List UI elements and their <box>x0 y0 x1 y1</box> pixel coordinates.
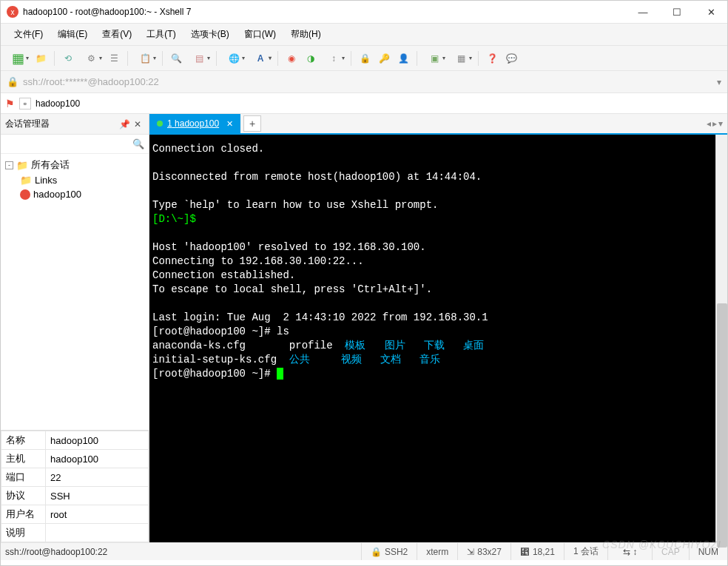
search-icon[interactable]: 🔍 <box>132 138 144 149</box>
tree-root[interactable]: - 📁 所有会话 <box>5 157 144 173</box>
key-icon[interactable]: 🔑 <box>375 50 393 67</box>
session-icon: ▫ <box>19 98 31 110</box>
search-row: 🔍 <box>1 135 149 154</box>
session-tree: - 📁 所有会话 📁 Links hadoop100 <box>1 154 149 430</box>
breadcrumb-label: hadoop100 <box>36 98 80 109</box>
prop-name-val: hadoop100 <box>46 431 149 450</box>
search-icon[interactable]: 🔍 <box>167 50 185 67</box>
prop-proto-val: SSH <box>46 487 149 505</box>
session-icon <box>20 189 30 200</box>
window-controls: — ☐ ✕ <box>633 4 721 19</box>
lock-icon: 🔒 <box>371 547 382 557</box>
help-icon[interactable]: ❓ <box>483 50 501 67</box>
lock-icon: 🔒 <box>7 76 18 87</box>
xftp-icon[interactable]: ◑ <box>302 50 320 67</box>
globe-icon[interactable]: 🌐 <box>221 50 246 67</box>
folder-icon: 📁 <box>16 160 28 171</box>
flag-icon[interactable]: ⚑ <box>5 98 15 110</box>
prop-port-val: 22 <box>46 468 149 487</box>
menu-tools[interactable]: 工具(T) <box>141 25 181 44</box>
breadcrumb: ⚑ ▫ hadoop100 <box>1 93 727 114</box>
reconnect-icon[interactable]: ⟲ <box>59 50 77 67</box>
tab-menu-icon[interactable]: ▾ <box>718 118 723 129</box>
properties-icon[interactable]: ☰ <box>105 50 123 67</box>
script-icon[interactable]: ▣ <box>422 50 447 67</box>
tree-session-hadoop100[interactable]: hadoop100 <box>20 187 144 201</box>
menu-file[interactable]: 文件(F) <box>8 25 49 44</box>
title-bar: x hadoop100 - root@hadoop100:~ - Xshell … <box>1 1 727 24</box>
prop-host-val: hadoop100 <box>46 450 149 468</box>
add-tab-button[interactable]: + <box>243 115 261 132</box>
prop-port-key: 端口 <box>1 468 46 487</box>
transfer-icon[interactable]: ↕ <box>321 50 346 67</box>
toolbar: ▦ 📁 ⟲ ⚙ ☰ 📋 🔍 ▤ 🌐 A ◉ ◑ ↕ 🔒 🔑 👤 ▣ ▦ ❓ 💬 <box>1 46 727 71</box>
divider <box>127 51 128 66</box>
divider <box>417 51 417 66</box>
menu-help[interactable]: 帮助(H) <box>285 25 327 44</box>
close-panel-icon[interactable]: ✕ <box>131 119 144 129</box>
folder-icon: 📁 <box>20 175 32 186</box>
status-connection: ssh://root@hadoop100:22 <box>1 543 362 560</box>
status-ssh: 🔒SSH2 <box>362 543 417 560</box>
divider <box>216 51 217 66</box>
divider <box>478 51 479 66</box>
prop-name-key: 名称 <box>1 431 46 450</box>
prop-proto-key: 协议 <box>1 487 46 505</box>
divider <box>54 51 55 66</box>
font-icon[interactable]: A <box>248 50 273 67</box>
prop-desc-val <box>46 524 149 542</box>
divider <box>162 51 163 66</box>
links-label: Links <box>35 175 57 186</box>
new-session-icon[interactable]: ▦ <box>5 50 30 67</box>
prop-user-val: root <box>46 505 149 524</box>
address-bar: 🔒 ▾ <box>1 71 727 93</box>
highlight-icon[interactable]: ▤ <box>186 50 212 67</box>
minimize-button[interactable]: — <box>633 4 653 19</box>
status-dot-icon <box>157 121 163 127</box>
menu-window[interactable]: 窗口(W) <box>238 25 282 44</box>
disconnect-icon[interactable]: ⚙ <box>78 50 104 67</box>
session-label: hadoop100 <box>33 189 81 200</box>
prop-host-key: 主机 <box>1 450 46 468</box>
address-input[interactable] <box>23 76 712 87</box>
xshell-icon[interactable]: ◉ <box>283 50 300 67</box>
divider <box>277 51 278 66</box>
menu-bar: 文件(F) 编辑(E) 查看(V) 工具(T) 选项卡(B) 窗口(W) 帮助(… <box>1 24 727 46</box>
scrollbar-thumb[interactable] <box>717 303 727 548</box>
menu-edit[interactable]: 编辑(E) <box>52 25 93 44</box>
open-icon[interactable]: 📁 <box>32 50 50 67</box>
copy-icon[interactable]: 📋 <box>132 50 158 67</box>
pin-icon[interactable]: 📌 <box>118 119 131 129</box>
maximize-button[interactable]: ☐ <box>667 4 687 19</box>
tab-close-icon[interactable]: ✕ <box>226 119 233 129</box>
lock-icon[interactable]: 🔒 <box>356 50 374 67</box>
watermark: CSDN @KOUCHIYOZI <box>602 539 721 550</box>
scrollbar[interactable] <box>715 135 727 542</box>
dropdown-icon[interactable]: ▾ <box>717 77 721 87</box>
root-label: 所有会话 <box>31 158 70 172</box>
terminal[interactable]: Connection closed. Disconnected from rem… <box>149 135 715 542</box>
panel-title: 会话管理器 <box>5 118 50 130</box>
tab-hadoop100[interactable]: 1 hadoop100 ✕ <box>149 114 240 133</box>
layout-icon[interactable]: ▦ <box>448 50 473 67</box>
prop-user-key: 用户名 <box>1 505 46 524</box>
prop-desc-key: 说明 <box>1 524 46 542</box>
status-pos: ⵺ 18,21 <box>511 543 564 560</box>
expander-icon[interactable]: - <box>5 161 13 169</box>
close-button[interactable]: ✕ <box>701 4 721 19</box>
menu-tabs[interactable]: 选项卡(B) <box>185 25 235 44</box>
feedback-icon[interactable]: 💬 <box>502 50 520 67</box>
app-icon: x <box>7 6 18 18</box>
user-icon[interactable]: 👤 <box>394 50 412 67</box>
cursor <box>277 368 283 380</box>
session-manager-panel: 会话管理器 📌 ✕ 🔍 - 📁 所有会话 📁 Links hadoop100 <box>1 114 149 542</box>
session-properties: 名称hadoop100 主机hadoop100 端口22 协议SSH 用户名ro… <box>1 430 149 542</box>
tab-strip: 1 hadoop100 ✕ + ◂ ▸ ▾ <box>149 114 727 135</box>
tab-prev-icon[interactable]: ◂ <box>707 118 711 129</box>
tab-next-icon[interactable]: ▸ <box>712 118 717 129</box>
window-title: hadoop100 - root@hadoop100:~ - Xshell 7 <box>23 7 633 17</box>
menu-view[interactable]: 查看(V) <box>96 25 138 44</box>
tree-links[interactable]: 📁 Links <box>20 173 144 187</box>
status-term: xterm <box>417 543 458 560</box>
status-size: ⇲ 83x27 <box>458 543 511 560</box>
